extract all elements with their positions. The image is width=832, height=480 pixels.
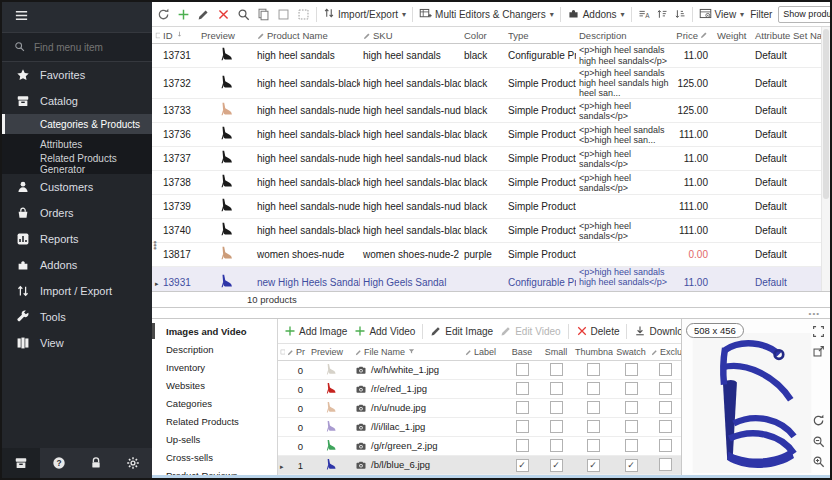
image-row[interactable]: 0/g/r/green_2.jpg	[278, 437, 681, 456]
refresh-button[interactable]	[157, 8, 170, 21]
sidebar-subitem-categories-products[interactable]: Categories & Products	[2, 114, 152, 134]
image-row[interactable]: 0/l/i/lilac_1.jpg	[278, 418, 681, 437]
images-column-header-preview[interactable]: Preview	[309, 344, 353, 361]
checkbox-swatch[interactable]	[625, 363, 638, 376]
checkbox-exclude[interactable]	[659, 401, 672, 414]
sidebar-item-catalog[interactable]: Catalog	[2, 88, 152, 114]
vertical-scrollbar[interactable]	[821, 27, 830, 291]
image-row[interactable]: 0/r/e/red_1.jpg	[278, 380, 681, 399]
image-row[interactable]: 0/n/u/nude.jpg	[278, 399, 681, 418]
zoom-in-icon[interactable]	[812, 454, 825, 472]
column-header-sku[interactable]: SKU	[360, 27, 461, 44]
checkbox-small[interactable]: ✓	[550, 459, 563, 472]
image-row[interactable]: 0/w/h/white_1.jpg	[278, 361, 681, 380]
checkbox-exclude[interactable]	[659, 420, 672, 433]
select-all-header[interactable]	[152, 27, 160, 44]
delete-button[interactable]	[217, 8, 230, 21]
checkbox-small[interactable]	[550, 401, 563, 414]
table-row[interactable]: 13733high heel sandals-nudehigh heel san…	[152, 99, 822, 123]
table-row[interactable]: 13737high heel sandals-nude-36high heel …	[152, 147, 822, 171]
table-row[interactable]: 13732high heel sandals-blackhigh heel sa…	[152, 68, 822, 99]
table-row[interactable]: 13738high heel sandals-black-37high heel…	[152, 171, 822, 195]
tab-websites[interactable]: Websites	[152, 376, 277, 394]
sidebar-splitter[interactable]: ●●●	[152, 234, 158, 256]
checkbox-thumbnail[interactable]	[587, 363, 600, 376]
images-column-header-label[interactable]: Label	[463, 344, 505, 361]
sidebar-item-tools[interactable]: Tools	[2, 304, 152, 330]
open-external-icon[interactable]	[812, 344, 825, 362]
help-icon[interactable]: ?	[40, 448, 77, 478]
table-row[interactable]: 13731high heel sandalshigh heel sandalsb…	[152, 44, 822, 68]
column-header-weight[interactable]: Weight	[714, 27, 752, 44]
sidebar-subitem-attributes[interactable]: Attributes	[2, 134, 152, 154]
image-row[interactable]: ▸1/b/l/blue_6.jpg✓✓✓✓	[278, 456, 681, 475]
column-header-description[interactable]: Description	[576, 27, 672, 44]
sidebar-item-customers[interactable]: Customers	[2, 174, 152, 200]
table-row[interactable]: 13740high heel sandals-black-38high heel…	[152, 219, 822, 243]
tab-cross-sells[interactable]: Cross-sells	[152, 448, 277, 466]
checkbox-base[interactable]	[516, 382, 529, 395]
sidebar-item-import-export[interactable]: Import / Export	[2, 278, 152, 304]
images-column-header-exclude[interactable]: Exclude	[649, 344, 681, 361]
sidebar-subitem-related-products-generator[interactable]: Related Products Generator	[2, 154, 152, 174]
column-header-type[interactable]: Type	[505, 27, 576, 44]
column-header-price[interactable]: Price	[672, 27, 714, 44]
checkbox-thumbnail[interactable]	[587, 439, 600, 452]
delete-image-button[interactable]: Delete	[576, 325, 620, 337]
addons-menu[interactable]: Addons▾	[567, 7, 625, 22]
tab-categories[interactable]: Categories	[152, 394, 277, 412]
images-column-header-file-name[interactable]: File Name	[353, 344, 463, 361]
rotate-icon[interactable]	[812, 413, 825, 431]
column-header-product-name[interactable]: Product Name	[254, 27, 360, 44]
checkbox-swatch[interactable]	[625, 401, 638, 414]
menu-search-input[interactable]	[32, 41, 136, 54]
checkbox-base[interactable]: ✓	[516, 459, 529, 472]
import-export-menu[interactable]: Import/Export▾	[323, 7, 406, 21]
checkbox-exclude[interactable]	[659, 439, 672, 452]
multi-editors-menu[interactable]: Multi Editors & Changers▾	[419, 7, 554, 22]
checkbox-thumbnail[interactable]	[587, 420, 600, 433]
filter-select[interactable]: Show products from selected categories▾	[778, 6, 830, 23]
checkbox-exclude[interactable]	[659, 382, 672, 395]
sidebar-item-favorites[interactable]: Favorites	[2, 62, 152, 88]
checkbox-exclude[interactable]	[659, 458, 672, 471]
checkbox-swatch[interactable]	[625, 439, 638, 452]
table-row[interactable]: ▸13931new High Heels SandalsHigh Geels S…	[152, 267, 822, 291]
add-button[interactable]	[177, 8, 190, 21]
checkbox-thumbnail[interactable]: ✓	[587, 459, 600, 472]
sidebar-item-addons[interactable]: Addons	[2, 252, 152, 278]
tab-related-products[interactable]: Related Products	[152, 412, 277, 430]
checkbox-small[interactable]	[550, 420, 563, 433]
copy-button[interactable]	[257, 8, 270, 21]
tab-images-and-video[interactable]: Images and Video	[152, 322, 277, 340]
store-icon[interactable]	[2, 448, 40, 478]
panel-resize-handle[interactable]: •••	[809, 309, 820, 318]
hamburger-button[interactable]	[2, 2, 152, 32]
column-header-color[interactable]: Color	[461, 27, 505, 44]
sidebar-item-orders[interactable]: Orders	[2, 200, 152, 226]
table-row[interactable]: 13736high heel sandals-black-36high heel…	[152, 123, 822, 147]
checkbox-exclude[interactable]	[659, 363, 672, 376]
translate-button[interactable]: A	[638, 8, 650, 20]
check-all-button[interactable]	[277, 8, 290, 21]
images-column-header-thumbna[interactable]: Thumbna	[573, 344, 613, 361]
view-menu[interactable]: View▾	[699, 7, 745, 22]
images-column-header-small[interactable]: Small	[539, 344, 573, 361]
images-column-header-swatch[interactable]: Swatch	[613, 344, 649, 361]
search-button[interactable]	[237, 8, 250, 21]
checkbox-thumbnail[interactable]	[587, 401, 600, 414]
download-image-button[interactable]: Download Image	[634, 325, 681, 337]
sort-asc-button[interactable]	[656, 8, 668, 20]
tab-inventory[interactable]: Inventory	[152, 358, 277, 376]
sort-desc-button[interactable]	[674, 8, 686, 20]
column-header-preview[interactable]: Preview	[198, 27, 254, 44]
checkbox-small[interactable]	[550, 382, 563, 395]
checkbox-small[interactable]	[550, 363, 563, 376]
tab-up-sells[interactable]: Up-sells	[152, 430, 277, 448]
checkbox-base[interactable]	[516, 363, 529, 376]
checkbox-swatch[interactable]	[625, 420, 638, 433]
checkbox-thumbnail[interactable]	[587, 382, 600, 395]
checkbox-swatch[interactable]: ✓	[625, 459, 638, 472]
fullscreen-icon[interactable]	[812, 324, 825, 342]
add-image-button[interactable]: Add Image	[284, 325, 347, 337]
